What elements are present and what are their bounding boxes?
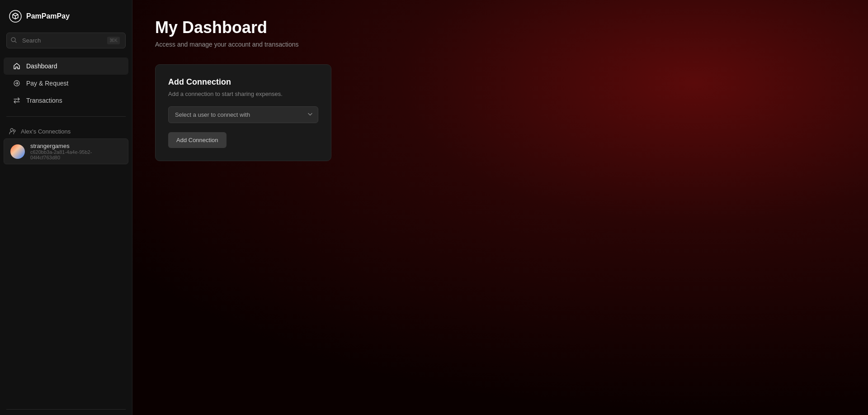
connections-icon <box>9 128 16 135</box>
svg-point-4 <box>10 129 13 131</box>
sidebar: PamPamPay Search ⌘K Dashboard <box>0 0 132 415</box>
avatar <box>10 144 25 159</box>
sidebar-item-dashboard[interactable]: Dashboard <box>4 57 128 75</box>
connection-id: c620bb3a-2a81-4a4e-95b2-04l4cf763d80 <box>30 149 122 160</box>
connections-section: Alex's Connections strangergames c620bb3… <box>0 122 132 166</box>
svg-line-2 <box>15 41 16 43</box>
card-title: Add Connection <box>168 77 318 87</box>
add-connection-card: Add Connection Add a connection to start… <box>155 64 331 161</box>
connection-info: strangergames c620bb3a-2a81-4a4e-95b2-04… <box>30 143 122 160</box>
connections-header-label: Alex's Connections <box>21 128 71 135</box>
logo-icon <box>9 10 22 23</box>
sidebar-divider <box>6 116 126 117</box>
sidebar-bottom-divider <box>6 409 126 410</box>
search-shortcut: ⌘K <box>107 37 120 44</box>
add-connection-button[interactable]: Add Connection <box>168 132 226 148</box>
main-content: My Dashboard Access and manage your acco… <box>132 0 868 415</box>
sidebar-item-pay-request-label: Pay & Request <box>26 80 68 87</box>
connection-name: strangergames <box>30 143 122 149</box>
search-placeholder: Search <box>22 37 41 44</box>
page-subtitle: Access and manage your account and trans… <box>155 41 845 48</box>
connections-header: Alex's Connections <box>0 124 132 138</box>
sidebar-item-pay-request[interactable]: Pay & Request <box>4 75 128 92</box>
sidebar-item-transactions-label: Transactions <box>26 97 62 104</box>
app-name: PamPamPay <box>26 12 70 20</box>
user-select-wrapper[interactable]: Select a user to connect with <box>168 106 318 123</box>
connection-list-item[interactable]: strangergames c620bb3a-2a81-4a4e-95b2-04… <box>4 138 128 164</box>
home-icon <box>13 62 21 70</box>
nav-section: Dashboard Pay & Request Transactions <box>0 56 132 111</box>
search-icon <box>11 37 17 44</box>
user-select[interactable]: Select a user to connect with <box>168 106 318 123</box>
logo-area: PamPamPay <box>0 0 132 33</box>
transactions-icon <box>13 96 21 105</box>
pay-request-icon <box>13 79 21 87</box>
card-subtitle: Add a connection to start sharing expens… <box>168 91 318 97</box>
page-title: My Dashboard <box>155 18 845 37</box>
sidebar-item-dashboard-label: Dashboard <box>26 62 57 70</box>
svg-point-5 <box>14 130 15 132</box>
sidebar-item-transactions[interactable]: Transactions <box>4 92 128 109</box>
search-bar[interactable]: Search ⌘K <box>6 33 126 48</box>
